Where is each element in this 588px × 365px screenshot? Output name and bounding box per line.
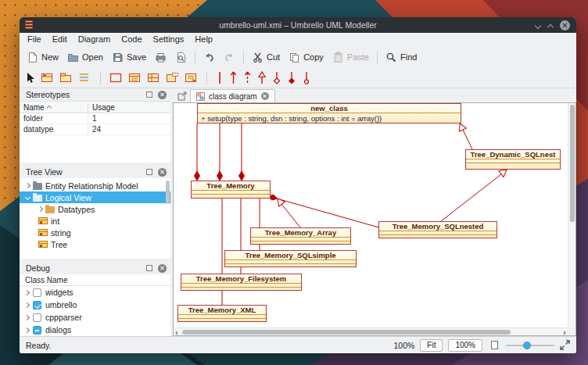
print-button[interactable]: [151, 50, 170, 65]
class-tree-memory-sqlsimple[interactable]: Tree_Memory_SQLsimple: [224, 250, 357, 267]
debug-column-header[interactable]: Class Name: [20, 274, 170, 286]
chevron-right-icon[interactable]: [25, 183, 30, 188]
dependency-tool-icon[interactable]: [243, 70, 252, 85]
class-new_class[interactable]: new_class + setup(type : string, dsn : s…: [197, 103, 461, 123]
save-button[interactable]: Save: [108, 50, 150, 65]
tab-close-icon[interactable]: [261, 92, 269, 100]
menu-file[interactable]: File: [22, 33, 47, 46]
undo-button[interactable]: [199, 50, 219, 65]
chevron-right-icon[interactable]: [24, 302, 30, 307]
tree-scrollbar[interactable]: [166, 181, 170, 204]
enum-tool-icon[interactable]: [128, 72, 142, 84]
dock-close-icon[interactable]: [158, 91, 167, 99]
dock-float-icon[interactable]: [146, 91, 152, 98]
generalization-tool-icon[interactable]: [257, 70, 267, 85]
class-tree-memory-filesystem[interactable]: Tree_Memory_Filesystem: [181, 274, 302, 291]
dock-close-icon[interactable]: [158, 168, 167, 177]
select-tool-icon[interactable]: [25, 72, 35, 84]
app-icon: [25, 20, 34, 30]
tree-item-tree[interactable]: Tree: [20, 238, 170, 250]
scroll-right-icon[interactable]: [564, 331, 566, 335]
fit-button[interactable]: Fit: [420, 339, 443, 352]
stereotype-row[interactable]: folder 1: [20, 113, 170, 124]
vertical-scrollbar-handle[interactable]: [570, 105, 575, 222]
tab-class-diagram[interactable]: class diagram: [190, 89, 275, 102]
toolbar-separator: [377, 51, 378, 64]
tree-item-entity-relationship-model[interactable]: Entity Relationship Model: [20, 180, 170, 191]
widgets-checkbox[interactable]: [33, 288, 41, 297]
tree-item-int[interactable]: int: [20, 215, 170, 227]
interface-tool-icon[interactable]: [78, 72, 91, 84]
zoom-slider-handle[interactable]: [523, 342, 531, 349]
class-tree-memory-sqlnested[interactable]: Tree_Memory_SQLnested: [378, 221, 497, 238]
debug-item-widgets[interactable]: widgets: [20, 286, 170, 299]
scroll-left-icon[interactable]: [175, 331, 177, 335]
datatype-tool-icon[interactable]: [109, 72, 123, 84]
class-tree-memory-array[interactable]: Tree_Memory_Array: [250, 227, 351, 245]
zoom-page-button[interactable]: [488, 339, 500, 352]
association-tool-icon[interactable]: [216, 70, 224, 85]
find-button[interactable]: Find: [382, 50, 421, 65]
diagram-toolbox: [20, 68, 576, 88]
fullscreen-icon[interactable]: [560, 340, 570, 350]
class-tree-memory[interactable]: Tree_Memory: [191, 181, 271, 199]
chevron-right-icon[interactable]: [38, 206, 43, 212]
titlebar[interactable]: umbrello-uml.xmi – Umbrello UML Modeller: [20, 17, 576, 33]
minimize-icon[interactable]: [535, 23, 540, 28]
aggregation-tool-icon[interactable]: [272, 70, 281, 85]
debug-item-umbrello[interactable]: umbrello: [20, 299, 170, 311]
new-tab-button[interactable]: [174, 90, 190, 102]
chevron-right-icon[interactable]: [24, 289, 30, 295]
maximize-icon[interactable]: [547, 23, 553, 28]
composition-tool-icon[interactable]: [287, 70, 296, 85]
open-button[interactable]: Open: [63, 50, 107, 65]
dialogs-checkbox[interactable]: [33, 326, 41, 335]
redo-button[interactable]: [220, 50, 239, 65]
anchor-tool-icon[interactable]: [302, 70, 311, 85]
generalization-lines[interactable]: [274, 122, 509, 227]
stereotype-row[interactable]: datatype 24: [20, 124, 170, 135]
horizontal-scrollbar[interactable]: [174, 327, 568, 335]
template-tool-icon[interactable]: [166, 72, 179, 84]
chevron-right-icon[interactable]: [24, 327, 30, 332]
tree-item-logical-view[interactable]: Logical View: [20, 191, 170, 203]
debug-item-dialogs[interactable]: dialogs: [20, 324, 170, 336]
menu-diagram[interactable]: Diagram: [73, 33, 117, 46]
class-tool-icon[interactable]: [41, 72, 54, 84]
menu-settings[interactable]: Settings: [148, 33, 190, 46]
class-tree-dynamic-sqlnest[interactable]: Tree_Dynamic_SQLnest: [465, 149, 561, 170]
composition-lines[interactable]: [197, 123, 382, 228]
note-tool-icon[interactable]: [185, 72, 198, 84]
menu-code[interactable]: Code: [116, 33, 147, 46]
cut-button[interactable]: Cut: [248, 50, 284, 65]
tree-item-datatypes[interactable]: Datatypes: [20, 203, 170, 215]
debug-item-cppparser[interactable]: cppparser: [20, 311, 170, 324]
cppparser-checkbox[interactable]: [33, 313, 41, 322]
dock-float-icon[interactable]: [146, 169, 152, 175]
diagram-canvas[interactable]: new_class + setup(type : string, dsn : s…: [173, 102, 576, 336]
window-content: Stereotypes Name Usage folder 1 da: [20, 88, 576, 336]
chevron-down-icon[interactable]: [25, 195, 30, 200]
stereotypes-table-header[interactable]: Name Usage: [20, 102, 170, 113]
close-icon[interactable]: [560, 20, 570, 30]
directed-association-tool-icon[interactable]: [229, 70, 238, 85]
horizontal-scrollbar-handle[interactable]: [182, 330, 511, 335]
menubar: File Edit Diagram Code Settings Help: [20, 33, 576, 46]
chevron-right-icon[interactable]: [24, 314, 30, 320]
dock-close-icon[interactable]: [158, 264, 167, 273]
copy-button[interactable]: Copy: [285, 50, 328, 65]
zoom-select-button[interactable]: 100%: [448, 339, 482, 352]
paste-button[interactable]: Paste: [328, 50, 373, 65]
dock-float-icon[interactable]: [146, 265, 152, 271]
package-tool-icon[interactable]: [59, 72, 73, 84]
umbrello-checkbox[interactable]: [33, 301, 41, 310]
new-button[interactable]: New: [23, 50, 63, 65]
menu-help[interactable]: Help: [189, 33, 218, 46]
print-preview-button[interactable]: [171, 50, 191, 65]
entity-tool-icon[interactable]: [147, 72, 160, 84]
menu-edit[interactable]: Edit: [47, 33, 73, 46]
vertical-scrollbar[interactable]: [568, 103, 575, 327]
zoom-slider[interactable]: [506, 340, 554, 351]
tree-item-string[interactable]: string: [20, 227, 170, 238]
class-tree-memory-xml[interactable]: Tree_Memory_XML: [177, 305, 267, 322]
